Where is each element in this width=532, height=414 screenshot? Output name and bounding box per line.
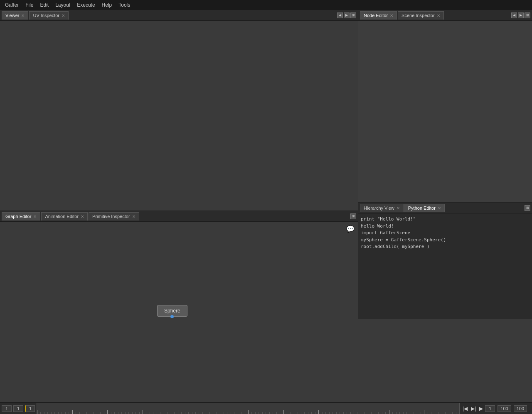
- python-line-1: print "Hello World!": [361, 216, 530, 223]
- tab-viewer[interactable]: Viewer ✕: [2, 11, 28, 20]
- python-line-4: mySphere = GafferScene.Sphere(): [361, 237, 530, 244]
- hierarchy-view-close-icon[interactable]: ✕: [397, 206, 400, 211]
- left-panel: Viewer ✕ UV Inspector ✕ ◀ ▶ ⊞: [0, 10, 358, 402]
- python-line-5: root.addChild( mySphere ): [361, 243, 530, 250]
- main-content: Viewer ✕ UV Inspector ✕ ◀ ▶ ⊞: [0, 10, 532, 402]
- tab-primitive-inspector[interactable]: Primitive Inspector ✕: [89, 212, 139, 221]
- statusbar-frame-start[interactable]: 100: [498, 405, 511, 412]
- graph-editor-close-icon[interactable]: ✕: [33, 214, 37, 219]
- graph-node-port[interactable]: [170, 315, 174, 318]
- right-bottom-panel: Hierarchy View ✕ Python Editor ✕ ⊞ print…: [358, 203, 532, 402]
- right-bottom-tab-bar: Hierarchy View ✕ Python Editor ✕ ⊞: [358, 203, 532, 213]
- viewer-close-icon[interactable]: ✕: [21, 13, 25, 18]
- right-top-ctrl-1[interactable]: ◀: [511, 12, 517, 18]
- chat-bubble-icon[interactable]: 💬: [346, 225, 355, 233]
- graph-editor-tab-controls: ⊞: [350, 213, 356, 219]
- menu-file[interactable]: File: [22, 1, 37, 9]
- right-top-layout-btn[interactable]: ⊞: [525, 12, 530, 18]
- play-to-start-btn[interactable]: |◀: [461, 405, 469, 412]
- menu-help[interactable]: Help: [99, 1, 116, 9]
- tab-node-editor[interactable]: Node Editor ✕: [360, 11, 397, 20]
- viewer-tab-bar: Viewer ✕ UV Inspector ✕ ◀ ▶ ⊞: [0, 10, 358, 21]
- right-bottom-layout-btn[interactable]: ⊞: [525, 205, 530, 211]
- viewer-tab-controls: ◀ ▶ ⊞: [337, 12, 356, 18]
- play-back-btn[interactable]: ▶|: [470, 405, 477, 412]
- python-editor-close-icon[interactable]: ✕: [438, 206, 441, 211]
- play-forward-btn[interactable]: ▶: [478, 405, 484, 412]
- animation-editor-close-icon[interactable]: ✕: [81, 214, 84, 219]
- graph-editor-panel: Graph Editor ✕ Animation Editor ✕ Primit…: [0, 211, 358, 402]
- grid-icon-2: ⊞: [352, 214, 355, 218]
- tab-graph-editor[interactable]: Graph Editor ✕: [2, 212, 40, 221]
- right-top-ctrl-2[interactable]: ▶: [518, 12, 524, 18]
- menu-execute[interactable]: Execute: [74, 1, 98, 9]
- statusbar-frame-input[interactable]: 1: [485, 405, 495, 412]
- timeline-bar[interactable]: [37, 403, 460, 414]
- menu-gaffer[interactable]: Gaffer: [2, 1, 22, 9]
- graph-editor-content: 💬 Sphere: [0, 222, 358, 402]
- tab-python-editor[interactable]: Python Editor ✕: [404, 204, 445, 212]
- menu-edit[interactable]: Edit: [37, 1, 52, 9]
- playback-controls: |◀ ▶| ▶ 1 100 100: [460, 405, 530, 412]
- right-top-panel: Node Editor ✕ Scene Inspector ✕ ◀ ▶ ⊞: [358, 10, 532, 203]
- viewer-content: [0, 21, 358, 211]
- statusbar-num3[interactable]: 1: [25, 405, 35, 412]
- grid-icon-4: ⊞: [526, 206, 529, 210]
- right-bottom-tab-controls: ⊞: [525, 205, 530, 211]
- tab-uv-inspector[interactable]: UV Inspector ✕: [29, 11, 69, 20]
- statusbar-frame-end[interactable]: 100: [514, 405, 527, 412]
- primitive-inspector-close-icon[interactable]: ✕: [132, 214, 135, 219]
- timeline-ticks: [37, 403, 459, 414]
- grid-icon-3: ⊞: [526, 13, 529, 17]
- python-editor-content[interactable]: print "Hello World!" Hello World! import…: [358, 213, 532, 319]
- right-top-tab-bar: Node Editor ✕ Scene Inspector ✕ ◀ ▶ ⊞: [358, 10, 532, 21]
- menu-bar: Gaffer File Edit Layout Execute Help Too…: [0, 0, 532, 10]
- python-line-2: Hello World!: [361, 223, 530, 230]
- grid-icon: ⊞: [352, 13, 355, 17]
- tab-animation-editor[interactable]: Animation Editor ✕: [41, 212, 88, 221]
- tab-scene-inspector[interactable]: Scene Inspector ✕: [398, 11, 444, 20]
- right-top-tab-controls: ◀ ▶ ⊞: [511, 12, 530, 18]
- viewer-ctrl-btn-1[interactable]: ◀: [337, 12, 343, 18]
- statusbar-num1[interactable]: 1: [2, 405, 12, 412]
- viewer-ctrl-btn-2[interactable]: ▶: [344, 12, 350, 18]
- viewer-layout-btn[interactable]: ⊞: [350, 12, 356, 18]
- python-line-3: import GafferScene: [361, 230, 530, 237]
- uv-inspector-close-icon[interactable]: ✕: [62, 13, 65, 18]
- python-output-area: [358, 319, 532, 402]
- graph-editor-layout-btn[interactable]: ⊞: [350, 213, 356, 219]
- menu-layout[interactable]: Layout: [52, 1, 74, 9]
- node-editor-content: [358, 21, 532, 202]
- tab-hierarchy-view[interactable]: Hierarchy View ✕: [360, 204, 404, 212]
- statusbar-num2[interactable]: 1: [13, 405, 23, 412]
- graph-editor-tab-bar: Graph Editor ✕ Animation Editor ✕ Primit…: [0, 211, 358, 222]
- scene-inspector-close-icon[interactable]: ✕: [437, 13, 440, 18]
- node-editor-close-icon[interactable]: ✕: [390, 13, 393, 18]
- graph-node-sphere[interactable]: Sphere: [157, 305, 187, 317]
- menu-tools[interactable]: Tools: [115, 1, 133, 9]
- right-panel: Node Editor ✕ Scene Inspector ✕ ◀ ▶ ⊞: [358, 10, 532, 402]
- statusbar: 1 1 1 |◀ ▶| ▶ 1 100 100: [0, 402, 532, 414]
- viewer-panel: Viewer ✕ UV Inspector ✕ ◀ ▶ ⊞: [0, 10, 358, 211]
